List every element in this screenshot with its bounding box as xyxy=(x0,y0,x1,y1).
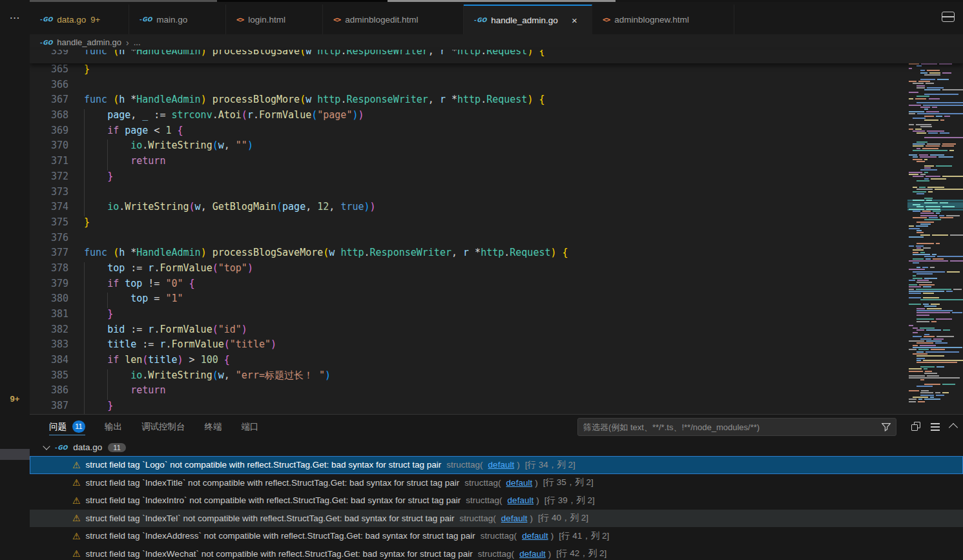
panel-tab-label: 输出 xyxy=(105,421,122,433)
html-file-icon: <> xyxy=(333,16,340,24)
bottom-panel: 问题11输出调试控制台终端端口 GO data.go 11 xyxy=(30,414,963,560)
code-line[interactable]: 375} xyxy=(30,216,963,232)
problem-source: structtag( xyxy=(481,531,517,541)
code-line[interactable]: 376 xyxy=(30,232,963,247)
problem-source-link[interactable]: default xyxy=(501,513,528,523)
code-line[interactable]: 368 page, _ := strconv.Atoi(r.FormValue(… xyxy=(30,109,963,125)
rail-scrollbar-thumb[interactable] xyxy=(0,449,30,460)
more-actions-icon[interactable]: ⋯ xyxy=(0,12,30,24)
code-area[interactable]: 365}366367func (h *HandleAdmin) processB… xyxy=(30,63,963,414)
code-line[interactable]: 383 title := r.FormValue("title") xyxy=(30,338,963,354)
code-line[interactable]: 386 return xyxy=(30,384,963,400)
tab-data.go[interactable]: GOdata.go9+ xyxy=(30,5,129,34)
line-number: 369 xyxy=(30,125,84,140)
code-line[interactable]: 369 if page < 1 { xyxy=(30,125,963,140)
problems-filter-box xyxy=(577,418,896,436)
code-line[interactable]: 379 if top != "0" { xyxy=(30,278,963,293)
code-line[interactable]: 382 bid := r.FormValue("id") xyxy=(30,324,963,339)
line-number: 382 xyxy=(30,324,84,339)
code-line[interactable]: 381 } xyxy=(30,308,963,324)
panel-tab-问题[interactable]: 问题11 xyxy=(49,415,85,439)
breadcrumb-file[interactable]: handle_admin.go xyxy=(57,37,121,47)
panel-tab-label: 终端 xyxy=(205,421,222,433)
problem-source-close: ) xyxy=(517,460,520,470)
filter-icon xyxy=(882,423,891,431)
problem-location: [行 40，列 2] xyxy=(538,512,588,524)
problems-filter-input[interactable] xyxy=(578,422,882,432)
code-line[interactable]: 378 top := r.FormValue("top") xyxy=(30,262,963,278)
collapse-all-icon[interactable] xyxy=(911,422,920,431)
panel-tab-端口[interactable]: 端口 xyxy=(242,415,259,439)
code-line[interactable]: 370 io.WriteString(w, "") xyxy=(30,140,963,155)
breadcrumb[interactable]: GO handle_admin.go › ... xyxy=(30,35,963,50)
tab-main.go[interactable]: GOmain.go xyxy=(129,5,226,34)
code-line[interactable]: 366 xyxy=(30,79,963,94)
html-file-icon: <> xyxy=(603,16,610,24)
sticky-scroll[interactable]: 339func (h *HandleAdmin) processBlogSave… xyxy=(30,50,963,63)
problem-source-link[interactable]: default xyxy=(519,549,546,559)
panel-tab-输出[interactable]: 输出 xyxy=(105,415,122,439)
problem-source-link[interactable]: default xyxy=(506,478,533,488)
breadcrumb-symbol[interactable]: ... xyxy=(134,37,141,47)
code-line[interactable]: 387 } xyxy=(30,400,963,414)
problem-message: struct field tag `IndexIntro` not compat… xyxy=(86,495,461,505)
chevron-down-icon xyxy=(43,442,50,450)
warnings-count-badge: 9+ xyxy=(0,394,30,404)
line-number: 383 xyxy=(30,338,84,354)
code-line[interactable]: 371 return xyxy=(30,155,963,171)
problem-row[interactable]: ⚠struct field tag `IndexAddress` not com… xyxy=(30,527,963,545)
tab-adminblognew.html[interactable]: <>adminblognew.html xyxy=(592,5,734,34)
problem-row[interactable]: ⚠struct field tag `IndexTitle` not compa… xyxy=(30,474,963,492)
problem-source-link[interactable]: default xyxy=(508,495,534,505)
editor-area[interactable]: GO handle_admin.go › ... 339func (h *Han… xyxy=(30,35,963,414)
view-as-table-icon[interactable] xyxy=(931,423,940,424)
tab-adminblogedit.html[interactable]: <>adminblogedit.html xyxy=(323,5,464,34)
line-number: 385 xyxy=(30,369,84,385)
code-line[interactable]: 373 xyxy=(30,186,963,202)
chevron-up-icon[interactable] xyxy=(949,422,958,431)
problem-location: [行 39，列 2] xyxy=(544,495,595,506)
problems-count-badge: 11 xyxy=(72,420,85,433)
code-line[interactable]: 374 io.WriteString(w, GetBlogMain(page, … xyxy=(30,201,963,216)
problems-group-count-badge: 11 xyxy=(108,443,125,452)
code-line[interactable]: 367func (h *HandleAdmin) processBlogMore… xyxy=(30,94,963,109)
code-line[interactable]: 380 top = "1" xyxy=(30,293,963,308)
line-number: 372 xyxy=(30,171,84,186)
line-number: 376 xyxy=(30,232,84,247)
tab-label: data.go xyxy=(57,15,86,25)
go-file-icon: GO xyxy=(40,16,52,23)
problem-row[interactable]: ⚠struct field tag `IndexIntro` not compa… xyxy=(30,492,963,510)
line-number: 366 xyxy=(30,79,84,94)
line-number: 380 xyxy=(30,293,84,308)
go-file-icon: GO xyxy=(140,16,152,23)
warning-icon: ⚠ xyxy=(72,460,81,470)
chevron-right-icon: › xyxy=(126,37,129,48)
problem-row[interactable]: ⚠struct field tag `IndexTel` not compati… xyxy=(30,510,963,528)
line-number: 339 xyxy=(30,50,84,61)
problem-source-link[interactable]: default xyxy=(488,460,515,470)
line-number: 371 xyxy=(30,155,84,171)
problems-group-row[interactable]: GO data.go 11 xyxy=(30,439,963,456)
panel-tab-调试控制台[interactable]: 调试控制台 xyxy=(141,415,185,439)
code-line[interactable]: 385 io.WriteString(w, "err=标题过长！ ") xyxy=(30,369,963,385)
close-icon[interactable]: × xyxy=(572,15,577,26)
code-line[interactable]: 384 if len(title) > 100 { xyxy=(30,354,963,369)
problem-row[interactable]: ⚠struct field tag `IndexWechat` not comp… xyxy=(30,545,963,560)
code-line[interactable]: 372 } xyxy=(30,171,963,186)
minimap[interactable] xyxy=(907,50,963,407)
problem-source-link[interactable]: default xyxy=(522,531,548,541)
panel-tab-label: 端口 xyxy=(242,421,259,433)
tab-label: adminblognew.html xyxy=(614,15,689,25)
tab-login.html[interactable]: <>login.html xyxy=(226,5,323,34)
problem-row[interactable]: ⚠struct field tag `Logo` not compatible … xyxy=(30,456,963,474)
code-line[interactable]: 377func (h *HandleAdmin) processBlogSave… xyxy=(30,247,963,262)
code-line[interactable]: 365} xyxy=(30,63,963,79)
sticky-line[interactable]: 339func (h *HandleAdmin) processBlogSave… xyxy=(30,50,963,61)
line-number: 374 xyxy=(30,201,84,216)
go-file-icon: GO xyxy=(55,444,67,451)
panel-tab-终端[interactable]: 终端 xyxy=(205,415,222,439)
editor-layout-icon[interactable] xyxy=(942,12,955,22)
line-number: 367 xyxy=(30,94,84,109)
tab-handle_admin.go[interactable]: GOhandle_admin.go× xyxy=(464,5,592,34)
problem-location: [行 42，列 2] xyxy=(556,548,606,559)
